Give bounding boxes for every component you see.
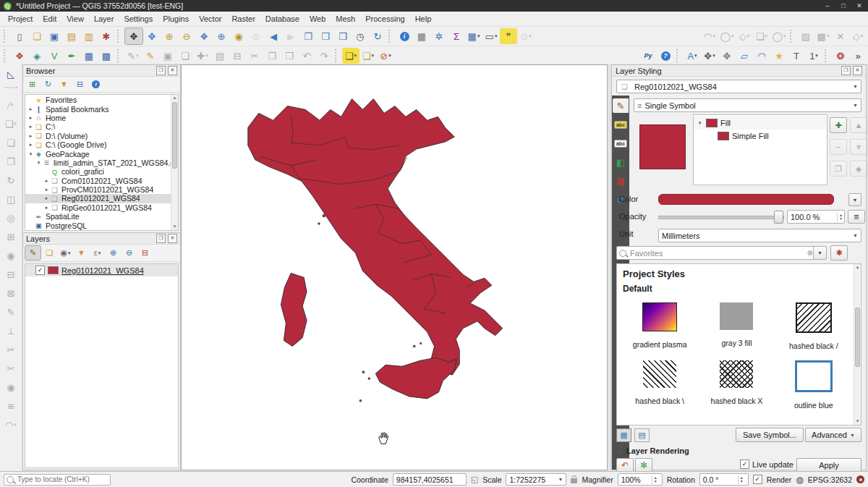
opacity-slider[interactable] bbox=[658, 216, 784, 219]
browser-item-colori-grafici[interactable]: Qcolori_grafici bbox=[25, 167, 171, 176]
menu-help[interactable]: Help bbox=[410, 13, 437, 25]
new-virtual-layer-button[interactable]: ▦ bbox=[80, 48, 98, 64]
color-button[interactable] bbox=[658, 194, 834, 205]
text-annotation-button[interactable]: T bbox=[788, 48, 805, 64]
maximize-button[interactable]: □ bbox=[838, 2, 848, 9]
rectangle-digitize-dropdown[interactable]: ▾ bbox=[765, 33, 768, 39]
menu-database[interactable]: Database bbox=[260, 13, 305, 25]
style-swatch-gray-3-fill[interactable]: gray 3 fill bbox=[698, 302, 775, 350]
color-dropdown-button[interactable]: ▼ bbox=[848, 193, 861, 206]
menu-mesh[interactable]: Mesh bbox=[331, 13, 360, 25]
browser-item-home[interactable]: ▸⌂Home bbox=[25, 114, 171, 122]
browser-item-provcm01012021-wgs84[interactable]: ▸❑ProvCM01012021_WGS84 bbox=[25, 185, 171, 194]
pan-map-button[interactable]: ✥ bbox=[124, 27, 143, 45]
geometry-checker-dropdown[interactable]: ▾ bbox=[861, 33, 864, 39]
opacity-slider-handle[interactable] bbox=[774, 211, 783, 224]
spin-steppers[interactable]: ▲▼ bbox=[837, 213, 844, 221]
scrollbar-thumb[interactable] bbox=[855, 308, 860, 367]
new-shapefile-layer-button[interactable]: V bbox=[46, 48, 63, 64]
collapse-all-button[interactable]: ⊟ bbox=[72, 77, 88, 91]
refresh-map-button[interactable]: ↻ bbox=[369, 28, 386, 44]
expand-arrow[interactable]: ▾ bbox=[697, 120, 703, 126]
toolbar-overflow-button[interactable]: » bbox=[849, 48, 867, 64]
sardinia[interactable] bbox=[281, 273, 307, 346]
browser-item-reg01012021-wgs84[interactable]: ▸❑Reg01012021_WGS84 bbox=[25, 194, 171, 203]
unit-select[interactable]: Millimeters ▼ bbox=[658, 229, 861, 242]
zoom-to-selection-button[interactable]: ⊕ bbox=[213, 28, 230, 44]
layers-undock-button[interactable]: ❐ bbox=[156, 234, 166, 243]
browser-item-limiti-admin-stat-2021-wgs84-gpkg[interactable]: ▾≣limiti_admin_STAT_2021_WGS84.gpkg bbox=[25, 158, 171, 167]
processing-toolbox-button[interactable]: ✲ bbox=[430, 28, 448, 44]
menu-layer[interactable]: Layer bbox=[89, 13, 119, 25]
layer-item-reg01012021-wgs84[interactable]: ✓Reg01012021_WGS84 bbox=[25, 264, 178, 276]
expand-arrow[interactable]: ▶ bbox=[616, 448, 623, 454]
ellipse-digitize-dropdown[interactable]: ▾ bbox=[747, 33, 750, 39]
menu-plugins[interactable]: Plugins bbox=[158, 13, 194, 25]
menu-edit[interactable]: Edit bbox=[38, 13, 61, 25]
add-group-button[interactable]: ❏ bbox=[42, 246, 57, 260]
menu-settings[interactable]: Settings bbox=[119, 13, 158, 25]
move-label-button[interactable]: ✥ bbox=[718, 48, 736, 64]
expand-all-button[interactable]: ⊕ bbox=[106, 246, 121, 260]
crs-value[interactable]: EPSG:32632 bbox=[808, 475, 852, 484]
list-view-button[interactable]: ▤ bbox=[634, 428, 650, 442]
map-canvas[interactable] bbox=[181, 64, 608, 470]
nominatim-search-dropdown[interactable]: ▾ bbox=[529, 33, 532, 39]
digitize-with-segment-dropdown[interactable]: ▾ bbox=[11, 102, 14, 108]
menu-project[interactable]: Project bbox=[3, 13, 38, 25]
expand-arrow[interactable]: ▸ bbox=[43, 187, 50, 192]
renderer-select[interactable]: ≡ Single Symbol ▼ bbox=[634, 98, 861, 112]
browser-item-c-google-drive[interactable]: ▸❏C:\ (Google Drive) bbox=[25, 140, 171, 149]
styling-undo-button[interactable]: ↶ bbox=[616, 458, 634, 473]
grass-tools-button[interactable]: ❂ bbox=[832, 48, 849, 64]
expand-arrow[interactable]: ▸ bbox=[43, 205, 50, 211]
spin-steppers[interactable]: ▲▼ bbox=[738, 475, 745, 484]
browser-scrollbar[interactable]: ▲ ▼ bbox=[171, 95, 178, 230]
icon-view-button[interactable]: ▦ bbox=[616, 428, 631, 442]
style-swatch-hashed-black-x[interactable]: hashed black X bbox=[698, 360, 775, 410]
new-map-view-button[interactable]: ❐ bbox=[299, 28, 317, 44]
menu-view[interactable]: View bbox=[61, 13, 89, 25]
layer-rendering-section[interactable]: ▶ Layer Rendering bbox=[616, 446, 689, 455]
browser-item-favorites[interactable]: ★Favorites bbox=[25, 96, 171, 104]
styling-redo-button[interactable]: ✻ bbox=[635, 458, 652, 473]
form-annotation-button[interactable]: 1▾ bbox=[805, 48, 822, 64]
vertex-tool-dropdown[interactable]: ▾ bbox=[205, 53, 208, 59]
minimize-button[interactable]: – bbox=[822, 2, 833, 9]
open-layer-styling-panel-button[interactable]: ✎ bbox=[25, 245, 41, 261]
browser-item-com01012021-wgs84[interactable]: ▸❑Com01012021_WGS84 bbox=[25, 177, 171, 185]
clear-search-icon[interactable]: ⊗ bbox=[807, 249, 813, 257]
tab-3d-view[interactable]: ◧ bbox=[613, 155, 629, 169]
filter-legend-button[interactable]: ▼ bbox=[74, 246, 89, 260]
locator-input[interactable] bbox=[16, 475, 108, 484]
render-checkbox[interactable] bbox=[753, 475, 762, 484]
filter-browser-button[interactable]: ▼ bbox=[56, 77, 72, 91]
expand-arrow[interactable]: ▸ bbox=[27, 142, 34, 148]
add-selected-layers-button[interactable]: ⊞ bbox=[25, 77, 40, 91]
browser-item-ripgeo01012021-wgs84[interactable]: ▸❑RipGeo01012021_WGS84 bbox=[25, 203, 171, 212]
form-annotation-dropdown[interactable]: ▾ bbox=[815, 53, 818, 59]
select-by-value-button[interactable]: ❏▾ bbox=[359, 48, 377, 64]
style-swatch-gradient-plasma[interactable]: gradient plasma bbox=[621, 302, 698, 350]
styling-layer-select[interactable]: ❑ Reg01012021_WGS84 ▼ bbox=[616, 80, 861, 93]
layers-close-button[interactable]: ✕ bbox=[168, 234, 177, 243]
remove-layer-button[interactable]: ⊟ bbox=[137, 246, 153, 260]
save-symbol-button[interactable]: Save Symbol... bbox=[736, 428, 804, 442]
expand-arrow[interactable]: ▸ bbox=[27, 106, 34, 112]
spin-steppers[interactable]: ▲▼ bbox=[652, 475, 659, 484]
symbol-node-fill[interactable]: ▾Fill bbox=[694, 117, 827, 130]
toggle-editing-button[interactable]: ✎ bbox=[142, 48, 159, 64]
scroll-up-icon[interactable]: ▲ bbox=[171, 95, 178, 101]
tab-labels[interactable]: abc bbox=[613, 117, 629, 132]
browser-item-postgresql[interactable]: ▣PostgreSQL bbox=[25, 221, 171, 229]
lock-scale-icon[interactable] bbox=[571, 478, 577, 483]
manage-map-themes-button[interactable]: ◉▾ bbox=[58, 246, 73, 260]
circle-digitize-dropdown[interactable]: ▾ bbox=[731, 33, 734, 39]
menu-processing[interactable]: Processing bbox=[360, 13, 409, 25]
new-3d-map-view-button[interactable]: ❒ bbox=[317, 28, 334, 44]
style-swatch-outline-blue[interactable]: outline blue bbox=[775, 360, 852, 410]
expand-arrow[interactable]: ▸ bbox=[43, 178, 50, 184]
attributes-dropdown-button[interactable]: ▦▾ bbox=[465, 28, 482, 44]
style-manager-button[interactable]: ✱ bbox=[98, 28, 115, 44]
deselect-features-dropdown[interactable]: ▾ bbox=[388, 53, 391, 59]
